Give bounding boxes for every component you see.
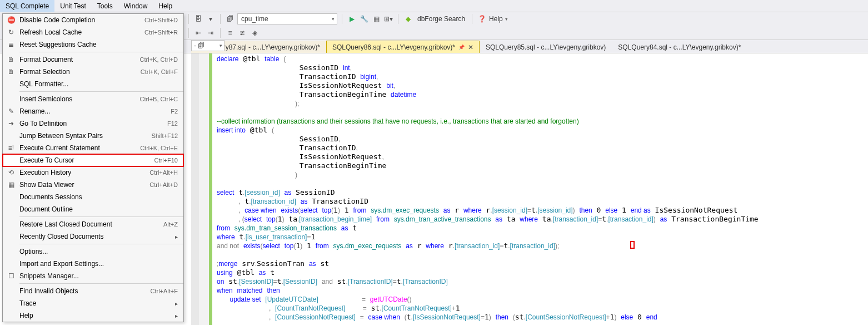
menu-item[interactable]: SQL Formatter... [3, 78, 183, 90]
menu-item[interactable]: ≣Reset Suggestions Cache [3, 38, 183, 51]
menu-label: Find Invalid Objects [19, 287, 150, 295]
menu-label: Jump Between Syntax Pairs [19, 132, 152, 140]
menu-item[interactable]: Find Invalid ObjectsCtrl+Alt+F [3, 285, 183, 297]
text-cursor [630, 241, 635, 249]
menu-icon: 🗎 [3, 56, 19, 63]
combo-cputime[interactable]: cpu_time [237, 13, 337, 24]
menu-label: Execute Current Statement [19, 144, 140, 152]
menu-item[interactable]: ➜Go To DefinitionF12 [3, 117, 183, 130]
menu-unittest[interactable]: Unit Test [54, 0, 91, 12]
uncomment-icon[interactable]: ≢ [237, 28, 247, 38]
menu-help[interactable]: Help [153, 0, 178, 12]
menu-shortcut: F12 [167, 120, 178, 127]
tab-q85[interactable]: SQLQuery85.sql - c...LY\evgeny.gribkov) [480, 41, 612, 53]
menu-shortcut: Ctrl+K, Ctrl+D [140, 56, 178, 63]
menu-item[interactable]: Recently Closed Documents [3, 230, 183, 243]
menu-icon: ⟲ [3, 169, 19, 176]
sql-icon[interactable]: ▶ [347, 14, 357, 24]
menu-icon: ≡! [3, 144, 19, 152]
menu-item[interactable]: Execute To CursorCtrl+F10 [3, 154, 183, 166]
close-icon[interactable]: ✕ [468, 43, 473, 51]
menu-label: Options... [19, 248, 178, 255]
proc-dropdown[interactable]: - 🗐 [191, 40, 225, 51]
menu-item[interactable]: Import and Export Settings... [3, 258, 183, 270]
code-text[interactable]: declare @tbl table ( SessionID int, Tran… [212, 53, 868, 325]
menu-icon: 🗎 [3, 68, 19, 76]
menu-item[interactable]: Document Outline [3, 203, 183, 215]
wrench-icon[interactable]: 🔧 [359, 14, 369, 24]
menu-label: Rename... [19, 107, 171, 115]
grid-icon[interactable]: ▦ [371, 14, 381, 24]
dbforge-label[interactable]: dbForge Search [415, 15, 467, 23]
help-label[interactable]: Help [489, 15, 503, 23]
menu-icon: ≣ [3, 41, 19, 48]
menu-shortcut: Ctrl+F10 [154, 157, 178, 164]
menu-shortcut: Ctrl+Alt+F [150, 288, 178, 294]
breakpoint-gutter[interactable] [191, 53, 199, 325]
code-editor[interactable]: declare @tbl table ( SessionID int, Tran… [191, 53, 868, 325]
menu-shortcut: Ctrl+Shift+R [144, 29, 178, 36]
tab-q84[interactable]: SQLQuery84.sql - c...LY\evgeny.gribkov)* [612, 41, 747, 53]
menu-shortcut: Ctrl+B, Ctrl+C [140, 96, 178, 102]
bookmark-icon[interactable]: ◈ [250, 28, 260, 38]
help-icon[interactable]: ❓ [477, 14, 487, 24]
menu-window[interactable]: Window [118, 0, 153, 12]
menu-item[interactable]: ▦Show Data ViewerCtrl+Alt+D [3, 179, 183, 191]
db-icon[interactable]: 🗄 [193, 14, 203, 24]
menu-shortcut: F2 [171, 108, 178, 115]
menu-label: Trace [19, 299, 172, 307]
menu-icon: ☐ [3, 272, 19, 280]
menu-shortcut: Shift+F12 [152, 132, 178, 139]
menu-item[interactable]: ✎Rename...F2 [3, 105, 183, 117]
menu-shortcut: Alt+Z [163, 221, 178, 228]
menubar: SQL Complete Unit Test Tools Window Help [0, 0, 868, 12]
menu-item[interactable]: Insert SemicolonsCtrl+B, Ctrl+C [3, 93, 183, 105]
menu-icon: ↻ [3, 28, 19, 36]
menu-icon: ✎ [3, 107, 19, 115]
dropdown-icon[interactable]: ▾ [206, 14, 216, 24]
menu-label: Help [19, 312, 172, 319]
menu-item[interactable]: ⛔Disable Code CompletionCtrl+Shift+D [3, 14, 183, 26]
menu-label: Disable Code Completion [19, 16, 144, 24]
menu-label: Format Document [19, 56, 140, 63]
menu-icon: ➜ [3, 120, 19, 127]
filter-icon[interactable]: 🗐 [225, 14, 235, 24]
menu-label: Execute To Cursor [19, 156, 154, 164]
menu-item[interactable]: ≡!Execute Current StatementCtrl+K, Ctrl+… [3, 142, 183, 154]
menu-label: Snippets Manager... [19, 272, 178, 280]
layout-icon[interactable]: ⊞▾ [383, 14, 393, 24]
menu-label: Reset Suggestions Cache [19, 41, 178, 48]
menu-item[interactable]: Documents Sessions [3, 191, 183, 203]
menu-item[interactable]: Restore Last Closed DocumentAlt+Z [3, 218, 183, 230]
menu-item[interactable]: Options... [3, 245, 183, 258]
dbforge-icon[interactable]: ◆ [403, 14, 413, 24]
menu-label: SQL Formatter... [19, 80, 178, 88]
menu-item[interactable]: 🗎Format DocumentCtrl+K, Ctrl+D [3, 53, 183, 66]
menu-label: Format Selection [19, 68, 141, 76]
menu-label: Documents Sessions [19, 193, 178, 201]
context-menu: ⛔Disable Code CompletionCtrl+Shift+D↻Ref… [2, 13, 184, 322]
indent-left-icon[interactable]: ⇤ [193, 28, 203, 38]
menu-label: Execution History [19, 169, 149, 176]
menu-item[interactable]: ↻Refresh Local CacheCtrl+Shift+R [3, 26, 183, 38]
menu-item[interactable]: ☐Snippets Manager... [3, 270, 183, 282]
comment-icon[interactable]: ≡ [225, 28, 235, 38]
menu-shortcut: Ctrl+K, Ctrl+F [141, 68, 178, 75]
menu-item[interactable]: Trace [3, 297, 183, 309]
tab-q86[interactable]: SQLQuery86.sql - c...LY\evgeny.gribkov)*… [326, 41, 480, 53]
menu-item[interactable]: Help [3, 309, 183, 322]
menu-label: Document Outline [19, 205, 178, 213]
menu-tools[interactable]: Tools [92, 0, 118, 12]
menu-label: Recently Closed Documents [19, 233, 172, 240]
menu-item[interactable]: ⟲Execution HistoryCtrl+Alt+H [3, 166, 183, 179]
menu-shortcut: Ctrl+K, Ctrl+E [140, 145, 178, 151]
menu-shortcut: Ctrl+Alt+H [149, 169, 178, 176]
menu-item[interactable]: 🗎Format SelectionCtrl+K, Ctrl+F [3, 66, 183, 78]
menu-label: Restore Last Closed Document [19, 220, 163, 228]
menu-item[interactable]: Jump Between Syntax PairsShift+F12 [3, 130, 183, 142]
indent-right-icon[interactable]: ⇥ [206, 28, 216, 38]
pin-icon[interactable]: 📌 [458, 45, 465, 50]
menu-sqlcomplete[interactable]: SQL Complete [0, 0, 54, 12]
menu-icon: ⛔ [3, 16, 19, 24]
menu-label: Go To Definition [19, 120, 167, 127]
